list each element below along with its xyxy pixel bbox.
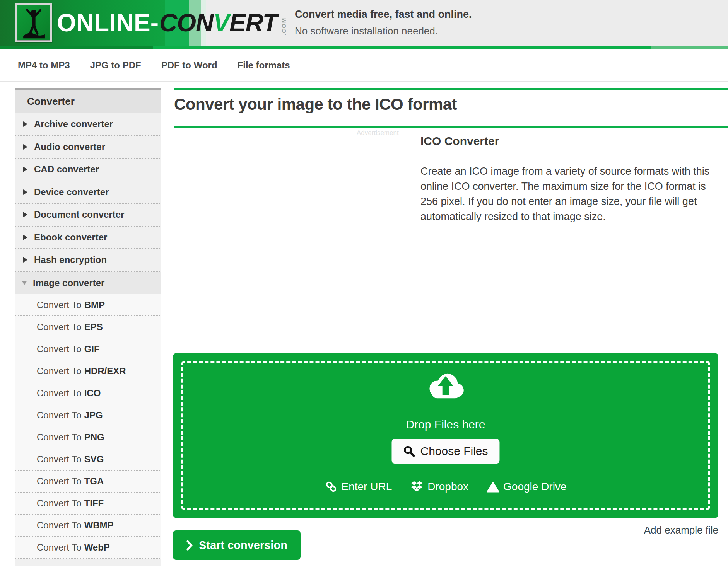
chevron-right-icon — [23, 257, 27, 263]
section-title: ICO Converter — [420, 135, 499, 148]
file-dropzone[interactable]: Drop Files here Choose Files Enter URL — [173, 353, 718, 518]
header-accent-bar — [0, 46, 728, 49]
top-navigation: MP4 to MP3 JPG to PDF PDF to Word File f… — [0, 49, 728, 82]
converter-description: Create an ICO image from a variety of so… — [420, 164, 719, 224]
drop-files-label: Drop Files here — [173, 418, 718, 431]
sidebar-item-device-converter[interactable]: Device converter — [15, 181, 161, 204]
site-logo[interactable]: ONLINE-CONVERT .COM — [57, 0, 287, 46]
accent-bar-mid — [153, 46, 651, 49]
chevron-right-icon — [23, 235, 27, 240]
logo-green-v: V — [213, 9, 229, 37]
sidebar-next-row-cutoff — [15, 559, 161, 566]
site-tagline: Convert media free, fast and online. No … — [295, 0, 472, 46]
logo-figure-icon[interactable] — [15, 3, 52, 42]
sidebar-subitem-convert-to-tga[interactable]: Convert ToTGA — [15, 471, 161, 493]
chevron-right-icon — [23, 212, 27, 217]
link-icon — [325, 481, 337, 493]
sidebar-subitem-convert-to-svg[interactable]: Convert ToSVG — [15, 448, 161, 471]
content-accent-line-sub — [174, 126, 728, 128]
accent-bar-light — [651, 46, 728, 49]
sidebar-subitem-convert-to-tiff[interactable]: Convert ToTIFF — [15, 493, 161, 515]
chevron-right-icon — [186, 540, 193, 551]
chevron-right-icon — [23, 121, 27, 127]
chevron-right-icon — [23, 189, 27, 195]
search-icon — [403, 445, 415, 457]
enter-url-link[interactable]: Enter URL — [325, 481, 392, 493]
content-accent-line-top — [174, 88, 728, 90]
google-drive-link[interactable]: Google Drive — [487, 481, 566, 493]
sidebar-item-document-converter[interactable]: Document converter — [15, 204, 161, 227]
sidebar-item-audio-converter[interactable]: Audio converter — [15, 136, 161, 159]
nav-mp4-to-mp3[interactable]: MP4 to MP3 — [18, 60, 70, 71]
sidebar-subitem-convert-to-hdr-exr[interactable]: Convert ToHDR/EXR — [15, 360, 161, 382]
chevron-right-icon — [23, 144, 27, 150]
nav-jpg-to-pdf[interactable]: JPG to PDF — [90, 60, 141, 71]
sidebar-title: Converter — [15, 88, 161, 113]
logo-tld-text: .COM — [280, 10, 287, 36]
sidebar-item-hash-encryption[interactable]: Hash encryption — [15, 249, 161, 272]
sidebar-subitem-convert-to-png[interactable]: Convert ToPNG — [15, 426, 161, 448]
person-arms-up-icon — [22, 7, 46, 39]
sidebar-subitem-convert-to-wbmp[interactable]: Convert ToWBMP — [15, 515, 161, 537]
chevron-down-icon — [22, 281, 27, 285]
converter-sidebar: Converter Archive converter Audio conver… — [15, 88, 161, 566]
advertisement-label: Advertisement — [357, 129, 399, 137]
nav-file-formats[interactable]: File formats — [238, 60, 290, 71]
site-header: ONLINE-CONVERT .COM Convert media free, … — [0, 0, 728, 46]
dropbox-icon — [410, 481, 423, 493]
accent-bar-dark — [0, 46, 153, 49]
tagline-line1: Convert media free, fast and online. — [295, 9, 472, 20]
dropbox-link[interactable]: Dropbox — [410, 481, 468, 493]
sidebar-item-archive-converter[interactable]: Archive converter — [15, 113, 161, 136]
add-example-file-link[interactable]: Add example file — [644, 524, 718, 536]
page: ONLINE-CONVERT .COM Convert media free, … — [0, 0, 728, 566]
sidebar-subitem-convert-to-bmp[interactable]: Convert ToBMP — [15, 294, 161, 316]
upload-source-links: Enter URL Dropbox Goog — [173, 481, 718, 493]
sidebar-subitem-convert-to-ico[interactable]: Convert ToICO — [15, 382, 161, 404]
page-title: Convert your image to the ICO format — [174, 95, 457, 114]
google-drive-icon — [487, 481, 499, 493]
start-conversion-button[interactable]: Start conversion — [173, 530, 301, 560]
logo-online-text: ONLINE- — [57, 10, 159, 35]
sidebar-subitem-convert-to-eps[interactable]: Convert ToEPS — [15, 316, 161, 338]
sidebar-subitem-convert-to-webp[interactable]: Convert ToWebP — [15, 537, 161, 559]
logo-convert-text: CONVERT — [159, 10, 277, 35]
sidebar-item-image-converter[interactable]: Image converter — [15, 272, 161, 295]
sidebar-subitem-convert-to-jpg[interactable]: Convert ToJPG — [15, 404, 161, 426]
chevron-right-icon — [23, 167, 27, 172]
sidebar-item-ebook-converter[interactable]: Ebook converter — [15, 227, 161, 249]
sidebar-subitem-convert-to-gif[interactable]: Convert ToGIF — [15, 338, 161, 360]
tagline-line2: No software installation needed. — [295, 25, 472, 37]
sidebar-item-cad-converter[interactable]: CAD converter — [15, 159, 161, 181]
upload-cloud-icon — [426, 371, 466, 401]
nav-pdf-to-word[interactable]: PDF to Word — [161, 60, 217, 71]
choose-files-button[interactable]: Choose Files — [391, 439, 499, 464]
